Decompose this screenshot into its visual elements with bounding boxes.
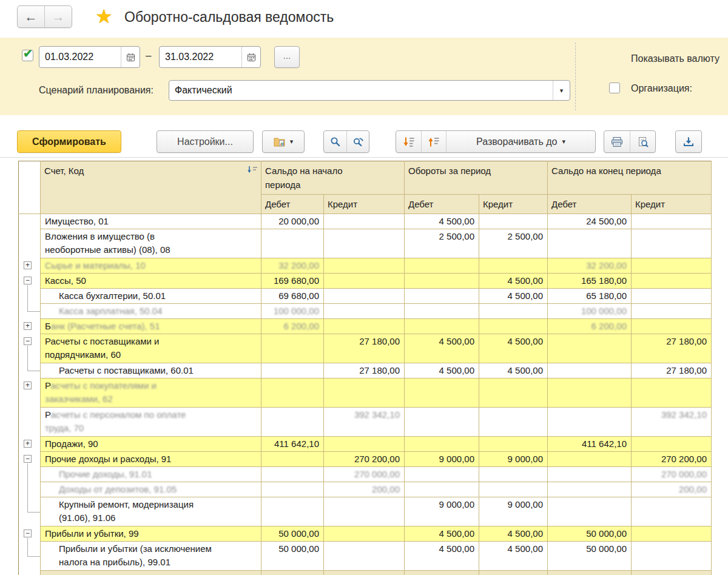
account-cell[interactable]: Продажи, 90	[41, 437, 261, 452]
account-cell[interactable]: Прибыли и убытки, 99	[41, 526, 261, 542]
expand-button[interactable]: +	[24, 382, 32, 389]
value-cell[interactable]: 2 500,00	[479, 229, 548, 258]
value-cell[interactable]	[324, 437, 405, 452]
value-cell[interactable]	[632, 289, 712, 304]
value-cell[interactable]: 27 180,00	[324, 363, 405, 378]
table-row[interactable]: Расчеты с персоналом по оплатетруда, 703…	[19, 408, 712, 437]
table-row[interactable]: Доходы от депозитов, 91.05200,00200,00	[19, 482, 712, 497]
value-cell[interactable]: 169 680,00	[261, 274, 324, 289]
table-row[interactable]: Расчеты с поставщиками, 60.0127 180,004 …	[19, 363, 712, 378]
value-cell[interactable]	[405, 408, 479, 437]
value-cell[interactable]: 9 000,00	[479, 452, 548, 467]
value-cell[interactable]: 50 000,00	[548, 542, 632, 571]
value-cell[interactable]	[261, 363, 324, 378]
table-row[interactable]: −Расчеты с поставщиками иподрядчиками, 6…	[19, 334, 712, 363]
favorite-star-icon[interactable]: ★	[95, 5, 113, 28]
value-cell[interactable]: 689 722,10	[324, 571, 405, 575]
expand-button[interactable]: +	[24, 322, 32, 330]
value-cell[interactable]: 32 200,00	[261, 258, 324, 274]
scenario-select[interactable]: Фактический ▾	[169, 80, 570, 101]
value-cell[interactable]	[548, 467, 632, 482]
value-cell[interactable]: 200,00	[632, 482, 712, 497]
period-more-button[interactable]: ...	[274, 46, 300, 68]
value-cell[interactable]	[324, 289, 405, 304]
value-cell[interactable]	[632, 437, 712, 452]
collapse-button[interactable]: −	[24, 530, 32, 537]
value-cell[interactable]	[548, 229, 632, 258]
value-cell[interactable]: 25 000,00	[479, 571, 548, 575]
value-cell[interactable]: 4 500,00	[405, 363, 479, 378]
value-cell[interactable]: 4 500,00	[479, 289, 548, 304]
value-cell[interactable]: 200,00	[324, 482, 405, 497]
table-row[interactable]: −Кассы, 50169 680,004 500,00165 180,00	[19, 274, 712, 289]
table-row[interactable]: Крупный ремонт, модернизация(91.06), 91.…	[19, 497, 712, 526]
value-cell[interactable]: 689 722,10	[548, 571, 632, 575]
organization-checkbox[interactable]	[609, 82, 620, 93]
back-button[interactable]: ←	[18, 6, 44, 27]
expand-all-button[interactable]	[396, 131, 421, 152]
value-cell[interactable]: 270 000,00	[324, 467, 405, 482]
collapse-button[interactable]: −	[24, 277, 32, 284]
account-cell[interactable]: Расчеты с персоналом по оплатетруда, 70	[41, 408, 261, 437]
value-cell[interactable]: 50 000,00	[261, 542, 324, 571]
value-cell[interactable]	[261, 452, 324, 467]
forward-button[interactable]: →	[44, 6, 72, 27]
date-from-calendar-button[interactable]	[121, 47, 140, 67]
expand-button[interactable]: +	[24, 261, 32, 269]
value-cell[interactable]: 4 500,00	[479, 542, 548, 571]
opening-balance-group-header[interactable]: Сальдо на началопериода	[261, 161, 405, 195]
value-cell[interactable]	[548, 452, 632, 467]
value-cell[interactable]	[479, 408, 548, 437]
account-cell[interactable]: Доходы от депозитов, 91.05	[41, 482, 261, 497]
value-cell[interactable]: 411 642,10	[261, 437, 324, 452]
print-button[interactable]	[604, 131, 630, 152]
value-cell[interactable]	[261, 378, 324, 408]
value-cell[interactable]	[324, 542, 405, 571]
value-cell[interactable]	[324, 304, 405, 319]
value-cell[interactable]	[324, 258, 405, 274]
value-cell[interactable]	[548, 497, 632, 526]
value-cell[interactable]: 270 000,00	[632, 467, 712, 482]
value-cell[interactable]	[261, 334, 324, 363]
value-cell[interactable]	[632, 258, 712, 274]
value-cell[interactable]	[324, 214, 405, 229]
sort-descending-icon[interactable]	[247, 166, 258, 173]
value-cell[interactable]	[479, 304, 548, 319]
account-cell[interactable]: Расчеты с поставщиками, 60.01	[41, 363, 261, 378]
table-row[interactable]: Прибыли и убытки (за исключениемналога н…	[19, 542, 712, 571]
value-cell[interactable]: 9 000,00	[479, 497, 548, 526]
closing-credit-header[interactable]: Кредит	[632, 195, 712, 214]
save-button[interactable]	[675, 130, 702, 153]
value-cell[interactable]: 27 180,00	[632, 334, 712, 363]
value-cell[interactable]	[261, 467, 324, 482]
table-row[interactable]: Имущество, 0120 000,004 500,0024 500,00	[19, 214, 712, 229]
account-cell[interactable]: Крупный ремонт, модернизация(91.06), 91.…	[41, 497, 261, 526]
value-cell[interactable]	[479, 482, 548, 497]
value-cell[interactable]	[324, 526, 405, 542]
account-cell[interactable]: Кассы, 50	[41, 274, 261, 289]
table-row[interactable]: Касса зарплатная, 50.04100 000,00100 000…	[19, 304, 712, 319]
value-cell[interactable]	[479, 214, 548, 229]
value-cell[interactable]	[632, 378, 712, 408]
value-cell[interactable]: 50 000,00	[261, 526, 324, 542]
value-cell[interactable]	[405, 467, 479, 482]
account-cell[interactable]: Касса зарплатная, 50.04	[41, 304, 261, 319]
table-row[interactable]: Вложения в имущество (внеоборотные актив…	[19, 229, 712, 258]
value-cell[interactable]: 4 500,00	[479, 363, 548, 378]
value-cell[interactable]: 411 642,10	[548, 437, 632, 452]
value-cell[interactable]	[324, 319, 405, 334]
account-cell[interactable]: Расчеты с покупателями изаказчиками, 62	[41, 378, 261, 408]
value-cell[interactable]: 20 000,00	[261, 214, 324, 229]
scenario-value[interactable]: Фактический	[169, 81, 553, 100]
table-row[interactable]: Касса бухгалтерии, 50.0169 680,004 500,0…	[19, 289, 712, 304]
value-cell[interactable]	[548, 363, 632, 378]
value-cell[interactable]: 4 500,00	[479, 334, 548, 363]
value-cell[interactable]: 270 200,00	[324, 452, 405, 467]
value-cell[interactable]: 27 180,00	[324, 334, 405, 363]
table-row[interactable]: +Продажи, 90411 642,10411 642,10	[19, 437, 712, 452]
value-cell[interactable]	[479, 437, 548, 452]
closing-balance-group-header[interactable]: Сальдо на конец периода	[548, 161, 712, 195]
account-cell[interactable]: Прочие доходы и расходы, 91	[41, 452, 261, 467]
value-cell[interactable]: 689 722,10	[632, 571, 712, 575]
settings-button[interactable]: Настройки...	[157, 130, 254, 153]
